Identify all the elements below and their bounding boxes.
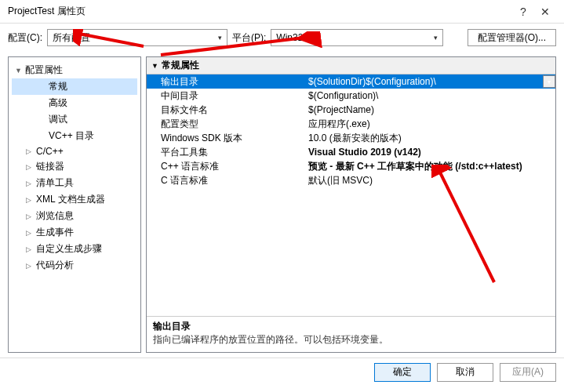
property-row[interactable]: 平台工具集Visual Studio 2019 (v142) <box>147 145 555 159</box>
tree-arrow-icon: ▷ <box>26 196 34 204</box>
property-label: 目标文件名 <box>147 103 304 117</box>
tree-item[interactable]: ▷浏览信息 <box>12 208 137 224</box>
property-label: 中间目录 <box>147 89 304 103</box>
property-grid[interactable]: 输出目录$(SolutionDir)$(Configuration)\▾中间目录… <box>147 74 555 316</box>
tree-item-label: 高级 <box>49 96 67 110</box>
config-value: 所有配置 <box>53 31 218 45</box>
property-row[interactable]: 目标文件名$(ProjectName) <box>147 103 555 117</box>
tree-item-label: 调试 <box>49 113 67 126</box>
tree-item-label: 生成事件 <box>36 226 74 239</box>
tree-item[interactable]: ▼配置属性 <box>12 62 137 78</box>
property-value[interactable]: Visual Studio 2019 (v142) <box>304 147 555 158</box>
property-value[interactable]: 默认(旧 MSVC) <box>304 174 555 187</box>
tree-item[interactable]: ▷链接器 <box>12 158 137 175</box>
property-row[interactable]: 输出目录$(SolutionDir)$(Configuration)\▾ <box>147 74 555 89</box>
property-row[interactable]: C 语言标准默认(旧 MSVC) <box>147 173 555 187</box>
tree-item[interactable]: ▷C/C++ <box>12 144 137 158</box>
property-label: 平台工具集 <box>147 146 304 159</box>
chevron-down-icon: ▾ <box>218 34 222 42</box>
property-row[interactable]: C++ 语言标准预览 - 最新 C++ 工作草案中的功能 (/std:c++la… <box>147 159 555 173</box>
main-area: ▼配置属性常规高级调试VC++ 目录▷C/C++▷链接器▷清单工具▷XML 文档… <box>0 52 564 358</box>
config-label: 配置(C): <box>8 31 42 45</box>
collapse-icon: ▼ <box>151 62 158 70</box>
tree-arrow-icon: ▼ <box>15 67 23 74</box>
tree-arrow-icon: ▷ <box>26 163 34 171</box>
window-title: ProjectTest 属性页 <box>8 5 512 18</box>
dropdown-button[interactable]: ▾ <box>543 75 555 88</box>
close-button[interactable]: ✕ <box>534 5 556 18</box>
config-combo[interactable]: 所有配置 ▾ <box>47 29 227 46</box>
help-button[interactable]: ? <box>512 5 534 18</box>
tree-arrow-icon: ▷ <box>26 147 34 155</box>
category-label: 常规属性 <box>162 59 199 72</box>
tree-arrow-icon: ▷ <box>26 229 34 237</box>
toolbar: 配置(C): 所有配置 ▾ 平台(P): Win32 ▾ 配置管理器(O)... <box>0 24 564 52</box>
tree-item[interactable]: VC++ 目录 <box>12 128 137 144</box>
tree-arrow-icon: ▷ <box>26 212 34 220</box>
chevron-down-icon: ▾ <box>434 34 438 42</box>
tree-item-label: 配置属性 <box>25 64 63 77</box>
tree-item-label: VC++ 目录 <box>49 129 94 143</box>
property-value[interactable]: 预览 - 最新 C++ 工作草案中的功能 (/std:c++latest) <box>304 160 555 173</box>
tree-item-label: 常规 <box>49 80 67 93</box>
property-label: 输出目录 <box>147 75 304 89</box>
title-bar: ProjectTest 属性页 ? ✕ <box>0 0 564 24</box>
tree-item-label: 自定义生成步骤 <box>36 242 102 256</box>
property-row[interactable]: Windows SDK 版本10.0 (最新安装的版本) <box>147 131 555 145</box>
property-label: C++ 语言标准 <box>147 160 304 173</box>
description-pane: 输出目录 指向已编译程序的放置位置的路径。可以包括环境变量。 <box>147 316 555 352</box>
grid-category-header[interactable]: ▼ 常规属性 <box>147 57 555 74</box>
description-text: 指向已编译程序的放置位置的路径。可以包括环境变量。 <box>153 333 549 347</box>
tree-item[interactable]: ▷代码分析 <box>12 257 137 274</box>
tree-item[interactable]: 高级 <box>12 95 137 111</box>
property-value[interactable]: $(ProjectName) <box>304 104 555 115</box>
tree-item-label: XML 文档生成器 <box>36 193 105 206</box>
tree-item[interactable]: ▷自定义生成步骤 <box>12 241 137 257</box>
tree-item-label: 链接器 <box>36 160 64 173</box>
tree-arrow-icon: ▷ <box>26 245 34 253</box>
tree-item-label: 清单工具 <box>36 176 74 190</box>
tree-item-label: 浏览信息 <box>36 209 74 223</box>
config-manager-button[interactable]: 配置管理器(O)... <box>468 29 556 46</box>
property-row[interactable]: 配置类型应用程序(.exe) <box>147 117 555 131</box>
tree-item-label: 代码分析 <box>36 259 74 272</box>
tree-item-label: C/C++ <box>36 146 64 157</box>
property-label: 配置类型 <box>147 118 304 131</box>
tree-item[interactable]: 调试 <box>12 111 137 128</box>
property-value[interactable]: $(SolutionDir)$(Configuration)\▾ <box>304 75 555 88</box>
content-panel: ▼ 常规属性 输出目录$(SolutionDir)$(Configuration… <box>146 56 556 353</box>
platform-value: Win32 <box>276 32 434 43</box>
ok-button[interactable]: 确定 <box>374 363 431 382</box>
tree-arrow-icon: ▷ <box>26 262 34 270</box>
apply-button[interactable]: 应用(A) <box>500 363 556 382</box>
property-label: C 语言标准 <box>147 174 304 187</box>
tree-item[interactable]: ▷生成事件 <box>12 224 137 241</box>
platform-label: 平台(P): <box>232 31 266 45</box>
tree-arrow-icon: ▷ <box>26 180 34 187</box>
property-value[interactable]: 10.0 (最新安装的版本) <box>304 132 555 145</box>
tree-item[interactable]: 常规 <box>12 78 137 95</box>
tree-item[interactable]: ▷XML 文档生成器 <box>12 191 137 208</box>
property-value[interactable]: $(Configuration)\ <box>304 90 555 101</box>
property-value[interactable]: 应用程序(.exe) <box>304 118 555 131</box>
footer: 确定 取消 应用(A) <box>0 358 564 386</box>
platform-combo[interactable]: Win32 ▾ <box>271 29 443 46</box>
description-title: 输出目录 <box>153 320 549 333</box>
property-label: Windows SDK 版本 <box>147 132 304 145</box>
cancel-button[interactable]: 取消 <box>437 363 493 382</box>
tree-panel[interactable]: ▼配置属性常规高级调试VC++ 目录▷C/C++▷链接器▷清单工具▷XML 文档… <box>8 56 141 353</box>
property-row[interactable]: 中间目录$(Configuration)\ <box>147 89 555 103</box>
tree-item[interactable]: ▷清单工具 <box>12 175 137 191</box>
